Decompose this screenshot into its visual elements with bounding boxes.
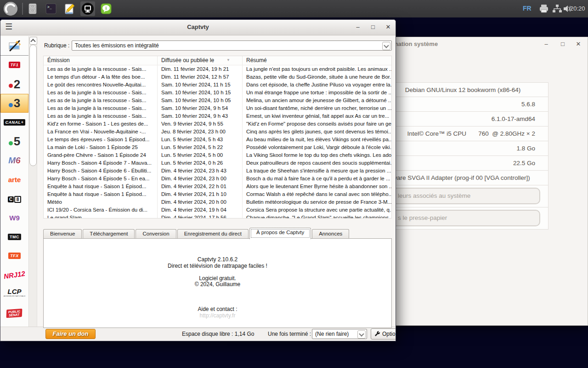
rubrique-value: Toutes les émissions en intégralité [75, 42, 159, 49]
table-header[interactable]: Émission Diffusée ou publiée le▼ Résumé [44, 56, 391, 65]
tab-enregistrement-du-direct[interactable]: Enregistrement du direct [177, 229, 249, 239]
options-button[interactable]: Options [371, 328, 396, 339]
table-row[interactable]: Enquête à haut risque - Saison 1 Épisod.… [44, 190, 391, 198]
cell-resume: Un soi-disant fantôme, niché derrière un… [242, 104, 391, 112]
channel-item-nrj12[interactable]: NRJ12 [0, 265, 28, 285]
channel-item-tmc[interactable]: TMC [0, 227, 28, 247]
when-done-label: Une fois terminé : [268, 327, 311, 341]
table-row[interactable]: Harry Bosch - Saison 4 Épisode 7 - Mauva… [44, 159, 391, 167]
cell-resume: Melina, un ancien amour de jeunesse de G… [242, 97, 391, 104]
maximize-button[interactable]: □ [557, 37, 568, 51]
display-app-icon[interactable] [80, 1, 95, 16]
cell-resume: "Kid'z en Forme" propose des conseils av… [242, 120, 391, 128]
table-row[interactable]: MétéoDim. 4 février 2024, 20 h 00Bulleti… [44, 198, 391, 206]
channel-item-france-3[interactable]: 3 [0, 94, 28, 113]
donate-button[interactable]: Faire un don [45, 329, 96, 339]
cell-resume: La jungle n'est pas toujours un endroit … [242, 65, 391, 73]
table-row[interactable]: Kid'z en forme - Saison 1 - Les gestes d… [44, 120, 391, 128]
table-row[interactable]: Le goût des rencontres Nouvelle-Aquitai.… [44, 81, 391, 89]
channel-item-lcp[interactable]: LCPASSEMBLÉE NATIONALE [0, 285, 28, 304]
m6-logo: M6 [8, 155, 20, 166]
file-manager-icon[interactable] [25, 1, 40, 16]
terminal-icon[interactable]: >_ [44, 1, 58, 16]
table-row[interactable]: Les as de la jungle à la rescousse - Sai… [44, 89, 391, 97]
table-row[interactable]: Harry Bosch - Saison 4 Épisode 6 - Ébull… [44, 167, 391, 175]
about-version: Captvty 2.10.6.2 [44, 256, 391, 263]
tab--propos-de-captvty[interactable]: À propos de Captvty [249, 228, 311, 239]
tab-annonces[interactable]: Annonces [312, 229, 349, 239]
channel-item-c8[interactable]: C8 [0, 189, 28, 208]
channel-item-wizard[interactable] [0, 36, 28, 56]
close-button[interactable]: ✕ [573, 37, 584, 51]
channel-item-w9[interactable]: W9 [0, 208, 28, 228]
minimize-button[interactable]: – [541, 37, 552, 51]
cell-resume: Cinq ans après les gilets jaunes, que so… [242, 128, 391, 136]
table-row[interactable]: Le temps des épreuves - Saison 1 Épisod.… [44, 136, 391, 144]
channel-scrollbar[interactable] [29, 36, 37, 341]
column-header-date[interactable]: Diffusée ou publiée le▼ [157, 56, 242, 65]
text-editor-icon[interactable] [62, 1, 77, 16]
cell-emission: Enquête à haut risque - Saison 1 Épisod.… [44, 190, 157, 198]
table-row[interactable]: La main de Loki - Saison 1 Épisode 25Lun… [44, 144, 391, 151]
cell-date: Sam. 10 février 2024, 10 h 15 [157, 89, 242, 97]
close-button[interactable]: ✕ [382, 20, 394, 34]
cell-resume: Bosch a du mal à faire face à ce qu'il a… [242, 175, 391, 183]
channel-item-m6[interactable]: M6 [0, 151, 28, 170]
table-row[interactable]: Les as de la jungle à la rescousse - Sai… [44, 65, 391, 73]
about-contact-url[interactable]: http://captvty.fr [44, 312, 391, 319]
keyboard-layout-indicator[interactable]: FR [523, 5, 531, 12]
table-row[interactable]: Les as de la jungle à la rescousse - Sai… [44, 97, 391, 104]
table-row[interactable]: Les as de la jungle à la rescousse - Sai… [44, 104, 391, 112]
tab-t-l-chargement[interactable]: Téléchargement [83, 229, 135, 239]
chevron-down-icon[interactable] [357, 330, 366, 339]
channel-item-arte[interactable]: arte [0, 170, 28, 190]
printer-icon[interactable] [538, 4, 549, 16]
captvty-titlebar[interactable]: ☰ Captvty – □ ✕ [0, 20, 396, 35]
cell-date: Dim. 4 février 2024, 20 h 00 [157, 198, 242, 206]
scrollbar-thumb[interactable] [29, 45, 37, 166]
channel-item-public-senat[interactable]: PUBLICSÉNAT [0, 304, 28, 323]
sort-indicator-icon: ▼ [226, 56, 230, 64]
column-header-emission[interactable]: Émission [44, 56, 157, 65]
france-3-logo: 3 [9, 97, 20, 109]
cell-date: Dim. 4 février 2024, 17 h 56 [157, 214, 242, 218]
rubrique-select[interactable]: Toutes les émissions en intégralité [72, 40, 392, 51]
maximize-button[interactable]: □ [367, 20, 379, 34]
table-row[interactable]: Les as de la jungle à la rescousse - Sai… [44, 112, 391, 120]
channel-item-france-2[interactable]: 2 [0, 75, 28, 94]
channel-item-france-5[interactable]: 5 [0, 132, 28, 151]
table-row[interactable]: ICI 19/20 - Corsica Sera - Émission du d… [44, 206, 391, 214]
system-info-value: Debian GNU/Linux 12 bookworm (x86-64) [377, 82, 548, 97]
cell-emission: ICI 19/20 - Corsica Sera - Émission du d… [44, 206, 157, 214]
channel-item-tfx[interactable]: TFX [0, 247, 28, 266]
table-row[interactable]: Enquête à haut risque - Saison 1 Épisod.… [44, 183, 391, 190]
applications-menu-icon[interactable] [4, 2, 17, 16]
cell-date: Dim. 4 février 2024, 21 h 10 [157, 190, 242, 198]
network-icon[interactable] [552, 4, 562, 16]
table-row[interactable]: Le temps d'un détour - A la fête des boe… [44, 73, 391, 81]
cell-date: Dim. 4 février 2024, 19 h 04 [157, 206, 242, 214]
cell-resume: Cormac Walsh a été repêché dans le canal… [242, 190, 391, 198]
table-row[interactable]: Le grand SlamDim. 4 février 2024, 17 h 5… [44, 214, 391, 218]
when-done-select[interactable]: (Ne rien faire) [312, 329, 367, 339]
canal-plus-logo: CANAL+ [4, 119, 26, 126]
tab-bar: BienvenueTéléchargementConversionEnregis… [43, 228, 349, 239]
column-header-resume[interactable]: Résumé [242, 56, 391, 65]
table-row[interactable]: Harry Bosch - Saison 4 Épisode 5 - En ea… [44, 175, 391, 183]
table-row[interactable]: Grand-père Chèvre - Saison 1 Épisode 24L… [44, 151, 391, 159]
channel-item-tf1[interactable]: TF1 [0, 56, 28, 75]
table-row[interactable]: La France en Vrai - Nouvelle-Aquitaine -… [44, 128, 391, 136]
info-bubble-icon[interactable]: i [99, 1, 113, 16]
arte-logo: arte [8, 176, 21, 184]
minimize-button[interactable]: – [352, 20, 364, 34]
clock[interactable]: 20:20 [570, 5, 585, 12]
channel-item-canal-plus[interactable]: CANAL+ [0, 113, 28, 132]
panel-separator [22, 3, 23, 15]
tab-conversion[interactable]: Conversion [136, 229, 176, 239]
cell-date: Dim. 4 février 2024, 22 h 01 [157, 183, 242, 190]
tab-bienvenue[interactable]: Bienvenue [43, 229, 82, 239]
cell-date: Sam. 10 février 2024, 9 h 54 [157, 104, 242, 112]
scroll-up-button[interactable] [29, 37, 37, 45]
tfx-logo: TFX [8, 253, 21, 259]
chevron-down-icon[interactable] [382, 42, 390, 50]
